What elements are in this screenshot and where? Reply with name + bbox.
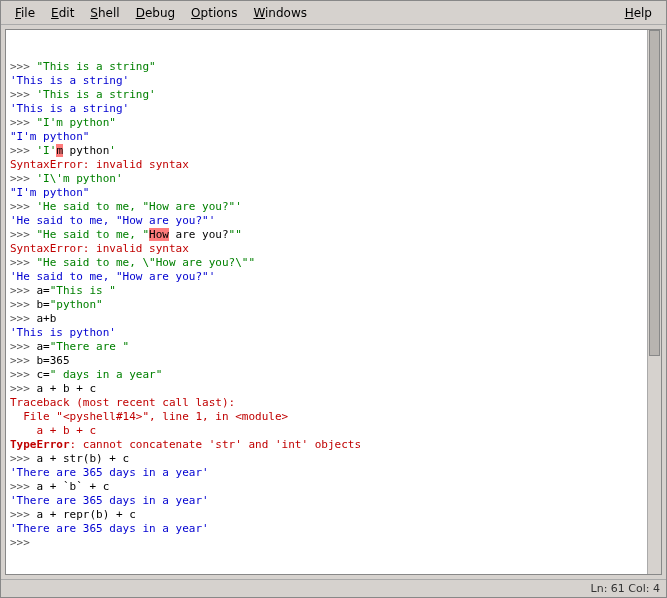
shell-code-text: 'I' <box>37 144 57 157</box>
shell-prompt: >>> <box>10 368 37 381</box>
shell-code-text: "This is a string" <box>37 60 156 73</box>
shell-line: 'He said to me, "How are you?"' <box>10 214 657 228</box>
shell-line: Traceback (most recent call last): <box>10 396 657 410</box>
shell-prompt: >>> <box>10 256 37 269</box>
shell-error-text: Traceback (most recent call last): <box>10 396 235 409</box>
shell-code-text: b= <box>37 298 50 311</box>
shell-line: 'There are 365 days in a year' <box>10 494 657 508</box>
shell-line: >>> b=365 <box>10 354 657 368</box>
shell-line: >>> "He said to me, "How are you?"" <box>10 228 657 242</box>
vertical-scrollbar[interactable] <box>647 30 661 574</box>
shell-output-text: 'He said to me, "How are you?"' <box>10 214 215 227</box>
shell-line: >>> a="There are " <box>10 340 657 354</box>
menu-help[interactable]: Help <box>617 3 660 23</box>
shell-line: >>> a + `b` + c <box>10 480 657 494</box>
shell-prompt: >>> <box>10 116 37 129</box>
shell-code-text: a= <box>37 284 50 297</box>
shell-code-text: a + str(b) + c <box>37 452 130 465</box>
shell-line: "I'm python" <box>10 186 657 200</box>
shell-prompt: >>> <box>10 312 37 325</box>
shell-line: >>> "This is a string" <box>10 60 657 74</box>
shell-prompt: >>> <box>10 354 37 367</box>
shell-error-text: TypeError <box>10 438 70 451</box>
shell-prompt: >>> <box>10 200 37 213</box>
shell-prompt: >>> <box>10 536 37 549</box>
shell-line: 'There are 365 days in a year' <box>10 522 657 536</box>
shell-line: a + b + c <box>10 424 657 438</box>
python-shell[interactable]: >>> "This is a string"'This is a string'… <box>5 29 662 575</box>
menu-windows[interactable]: Windows <box>245 3 315 23</box>
scrollbar-thumb[interactable] <box>649 30 660 356</box>
shell-output-text: 'This is a string' <box>10 102 129 115</box>
shell-line: SyntaxError: invalid syntax <box>10 158 657 172</box>
shell-prompt: >>> <box>10 228 37 241</box>
menu-file[interactable]: File <box>7 3 43 23</box>
shell-prompt: >>> <box>10 172 37 185</box>
shell-line: 'This is a string' <box>10 102 657 116</box>
shell-output-text: 'There are 365 days in a year' <box>10 494 209 507</box>
shell-output-text: 'This is a string' <box>10 74 129 87</box>
shell-prompt: >>> <box>10 340 37 353</box>
shell-code-text: c= <box>37 368 50 381</box>
shell-prompt: >>> <box>10 298 37 311</box>
shell-code-text: are you? <box>169 228 229 241</box>
shell-error-text: : cannot concatenate 'str' and 'int' obj… <box>70 438 361 451</box>
shell-output-text: 'He said to me, "How are you?"' <box>10 270 215 283</box>
shell-prompt: >>> <box>10 88 37 101</box>
shell-line: >>> a + repr(b) + c <box>10 508 657 522</box>
shell-code-text: a + `b` + c <box>37 480 110 493</box>
shell-line: >>> "He said to me, \"How are you?\"" <box>10 256 657 270</box>
shell-error-text: SyntaxError: invalid syntax <box>10 158 189 171</box>
shell-line: >>> 'He said to me, "How are you?"' <box>10 200 657 214</box>
shell-code-text: 'This is a string' <box>37 88 156 101</box>
shell-code-text: "He said to me, " <box>37 228 150 241</box>
shell-line: >>> a + b + c <box>10 382 657 396</box>
shell-output-text: 'There are 365 days in a year' <box>10 466 209 479</box>
shell-line: File "<pyshell#14>", line 1, in <module> <box>10 410 657 424</box>
shell-line: >>> <box>10 536 657 550</box>
shell-line: SyntaxError: invalid syntax <box>10 242 657 256</box>
shell-error-text: a + b + c <box>10 424 96 437</box>
shell-container: >>> "This is a string"'This is a string'… <box>1 25 666 579</box>
shell-code-text: "There are " <box>50 340 129 353</box>
shell-line: >>> 'I\'m python' <box>10 172 657 186</box>
shell-error-text: File "<pyshell#14>", line 1, in <module> <box>10 410 288 423</box>
shell-code-text: " days in a year" <box>50 368 163 381</box>
shell-prompt: >>> <box>10 144 37 157</box>
shell-code-text: ' <box>109 144 116 157</box>
shell-code-text: "" <box>229 228 242 241</box>
shell-prompt: >>> <box>10 60 37 73</box>
syntax-error-highlight: How <box>149 228 169 241</box>
shell-output-text: "I'm python" <box>10 130 89 143</box>
cursor-position: Ln: 61 Col: 4 <box>591 582 660 595</box>
shell-line: >>> b="python" <box>10 298 657 312</box>
shell-code-text: 'I\'m python' <box>37 172 123 185</box>
shell-code-text: a= <box>37 340 50 353</box>
shell-prompt: >>> <box>10 480 37 493</box>
menu-debug[interactable]: Debug <box>128 3 183 23</box>
menu-edit[interactable]: Edit <box>43 3 82 23</box>
syntax-error-highlight: m <box>56 144 63 157</box>
shell-line: >>> "I'm python" <box>10 116 657 130</box>
shell-line: >>> a+b <box>10 312 657 326</box>
shell-code-text: a + repr(b) + c <box>37 508 136 521</box>
shell-line: >>> c=" days in a year" <box>10 368 657 382</box>
shell-line: 'There are 365 days in a year' <box>10 466 657 480</box>
shell-code-text: "This is " <box>50 284 116 297</box>
shell-line: >>> 'I'm python' <box>10 144 657 158</box>
shell-line: 'This is a string' <box>10 74 657 88</box>
shell-code-text: a+b <box>37 312 57 325</box>
shell-prompt: >>> <box>10 382 37 395</box>
shell-code-text: "He said to me, \"How are you?\"" <box>37 256 256 269</box>
shell-code-text: "python" <box>50 298 103 311</box>
menu-shell[interactable]: Shell <box>82 3 127 23</box>
shell-prompt: >>> <box>10 508 37 521</box>
shell-line: >>> a="This is " <box>10 284 657 298</box>
shell-prompt: >>> <box>10 284 37 297</box>
shell-line: >>> a + str(b) + c <box>10 452 657 466</box>
shell-code-text: b=365 <box>37 354 70 367</box>
statusbar: Ln: 61 Col: 4 <box>1 579 666 597</box>
shell-line: >>> 'This is a string' <box>10 88 657 102</box>
menu-options[interactable]: Options <box>183 3 245 23</box>
shell-prompt: >>> <box>10 452 37 465</box>
